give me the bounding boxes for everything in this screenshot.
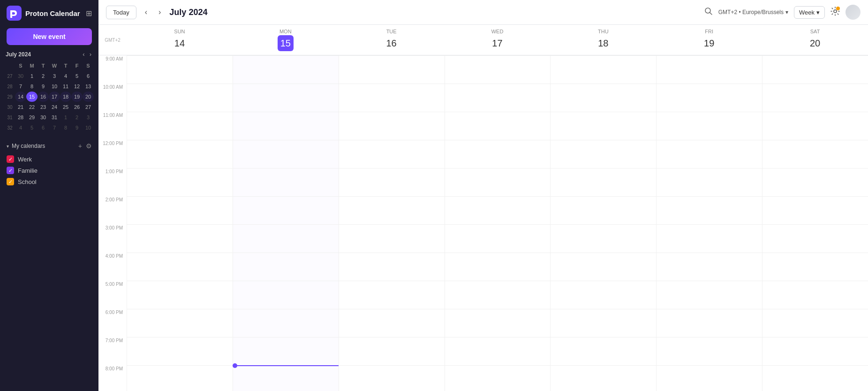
time-cell-row0-col0[interactable] xyxy=(127,55,233,84)
mini-cal-day-2[interactable]: 2 xyxy=(38,71,49,81)
mini-cal-day-30[interactable]: 30 xyxy=(38,112,49,123)
collapse-icon[interactable]: ▾ xyxy=(7,144,9,149)
time-cell-row4-col2[interactable] xyxy=(339,168,445,196)
time-cell-row8-col3[interactable] xyxy=(445,281,551,309)
settings-button[interactable] xyxy=(830,7,840,18)
mini-cal-day-4-aug[interactable]: 4 xyxy=(15,123,26,133)
time-cell-row0-col1[interactable] xyxy=(233,55,339,84)
time-cell-row2-col3[interactable] xyxy=(445,112,551,140)
mini-cal-day-10-aug[interactable]: 10 xyxy=(83,123,94,133)
mini-cal-day-1-aug[interactable]: 1 xyxy=(60,112,71,123)
time-cell-row4-col5[interactable] xyxy=(656,168,762,196)
mini-cal-day-2-aug[interactable]: 2 xyxy=(71,112,83,123)
calendar-settings-button[interactable]: ⚙ xyxy=(86,142,92,150)
time-cell-row1-col1[interactable] xyxy=(233,84,339,112)
time-cell-row0-col3[interactable] xyxy=(445,55,551,84)
user-avatar[interactable] xyxy=(845,5,860,20)
mini-cal-day-13[interactable]: 13 xyxy=(83,81,94,92)
mini-cal-day-29[interactable]: 29 xyxy=(26,112,38,123)
today-button[interactable]: Today xyxy=(106,6,136,19)
time-cell-row0-col6[interactable] xyxy=(762,55,868,84)
mini-cal-day-6[interactable]: 6 xyxy=(83,71,94,81)
time-cell-row2-col6[interactable] xyxy=(762,112,868,140)
time-cell-row1-col5[interactable] xyxy=(656,84,762,112)
time-cell-row1-col4[interactable] xyxy=(550,84,656,112)
time-cell-row3-col5[interactable] xyxy=(656,140,762,168)
time-cell-row10-col6[interactable] xyxy=(762,337,868,365)
mini-cal-day-1[interactable]: 1 xyxy=(26,71,38,81)
prev-week-button[interactable]: ‹ xyxy=(142,6,150,18)
mini-cal-day-15[interactable]: 15 xyxy=(26,92,38,102)
day-header-wed[interactable]: Wed 17 xyxy=(445,25,551,55)
time-cell-row4-col1[interactable] xyxy=(233,168,339,196)
time-cell-row9-col2[interactable] xyxy=(339,309,445,337)
time-cell-row2-col1[interactable] xyxy=(233,112,339,140)
time-cell-row10-col5[interactable] xyxy=(656,337,762,365)
time-cell-row11-col2[interactable] xyxy=(339,365,445,391)
mini-cal-day-18[interactable]: 18 xyxy=(60,92,71,102)
mini-cal-day-8-aug[interactable]: 8 xyxy=(60,123,71,133)
mini-cal-day-23[interactable]: 23 xyxy=(38,102,49,112)
time-cell-row5-col4[interactable] xyxy=(550,196,656,224)
time-cell-row3-col2[interactable] xyxy=(339,140,445,168)
time-cell-row7-col1[interactable] xyxy=(233,253,339,281)
time-cell-row4-col6[interactable] xyxy=(762,168,868,196)
mini-cal-day-22[interactable]: 22 xyxy=(26,102,38,112)
time-cell-row9-col6[interactable] xyxy=(762,309,868,337)
mini-cal-day-17[interactable]: 17 xyxy=(49,92,60,102)
time-cell-row4-col3[interactable] xyxy=(445,168,551,196)
day-header-sun[interactable]: Sun 14 xyxy=(127,25,233,55)
time-cell-row2-col2[interactable] xyxy=(339,112,445,140)
time-cell-row9-col1[interactable] xyxy=(233,309,339,337)
mini-cal-day-19[interactable]: 19 xyxy=(71,92,83,102)
calendar-checkbox-school[interactable]: ✓ xyxy=(7,178,14,185)
time-cell-row9-col4[interactable] xyxy=(550,309,656,337)
view-selector[interactable]: Week ▾ xyxy=(794,6,825,19)
mini-cal-day-30-jun[interactable]: 30 xyxy=(15,71,26,81)
time-cell-row8-col1[interactable] xyxy=(233,281,339,309)
time-cell-row9-col5[interactable] xyxy=(656,309,762,337)
calendar-checkbox-werk[interactable]: ✓ xyxy=(7,155,14,163)
mini-cal-day-25[interactable]: 25 xyxy=(60,102,71,112)
calendar-checkbox-familie[interactable]: ✓ xyxy=(7,167,14,174)
time-cell-row10-col1[interactable] xyxy=(233,337,339,365)
time-cell-row7-col2[interactable] xyxy=(339,253,445,281)
time-cell-row10-col4[interactable] xyxy=(550,337,656,365)
mini-cal-day-11[interactable]: 11 xyxy=(60,81,71,92)
mini-cal-day-3[interactable]: 3 xyxy=(49,71,60,81)
time-cell-row5-col0[interactable] xyxy=(127,196,233,224)
next-week-button[interactable]: › xyxy=(156,6,164,18)
time-cell-row2-col4[interactable] xyxy=(550,112,656,140)
day-header-thu[interactable]: Thu 18 xyxy=(550,25,656,55)
time-cell-row6-col2[interactable] xyxy=(339,224,445,253)
time-cell-row3-col4[interactable] xyxy=(550,140,656,168)
mini-cal-day-4[interactable]: 4 xyxy=(60,71,71,81)
time-cell-row6-col0[interactable] xyxy=(127,224,233,253)
time-cell-row3-col3[interactable] xyxy=(445,140,551,168)
time-cell-row0-col5[interactable] xyxy=(656,55,762,84)
time-cell-row10-col3[interactable] xyxy=(445,337,551,365)
mini-cal-day-31[interactable]: 31 xyxy=(49,112,60,123)
time-cell-row1-col0[interactable] xyxy=(127,84,233,112)
time-cell-row4-col4[interactable] xyxy=(550,168,656,196)
time-cell-row7-col3[interactable] xyxy=(445,253,551,281)
mini-cal-day-3-aug[interactable]: 3 xyxy=(83,112,94,123)
time-cell-row9-col0[interactable] xyxy=(127,309,233,337)
calendar-item-familie[interactable]: ✓ Familie xyxy=(7,165,92,176)
day-header-fri[interactable]: Fri 19 xyxy=(656,25,762,55)
mini-cal-next[interactable]: › xyxy=(88,51,93,58)
mini-cal-day-12[interactable]: 12 xyxy=(71,81,83,92)
mini-cal-day-16[interactable]: 16 xyxy=(38,92,49,102)
mini-cal-day-14[interactable]: 14 xyxy=(15,92,26,102)
time-cell-row11-col4[interactable] xyxy=(550,365,656,391)
grid-view-button[interactable]: ⊞ xyxy=(86,9,92,18)
time-cell-row10-col0[interactable] xyxy=(127,337,233,365)
mini-cal-day-10[interactable]: 10 xyxy=(49,81,60,92)
time-cell-row3-col0[interactable] xyxy=(127,140,233,168)
timezone-selector[interactable]: GMT+2 • Europe/Brussels ▾ xyxy=(718,9,788,15)
mini-cal-day-28[interactable]: 28 xyxy=(15,112,26,123)
day-header-sat[interactable]: Sat 20 xyxy=(762,25,868,55)
mini-cal-day-24[interactable]: 24 xyxy=(49,102,60,112)
time-cell-row11-col6[interactable] xyxy=(762,365,868,391)
time-cell-row1-col3[interactable] xyxy=(445,84,551,112)
